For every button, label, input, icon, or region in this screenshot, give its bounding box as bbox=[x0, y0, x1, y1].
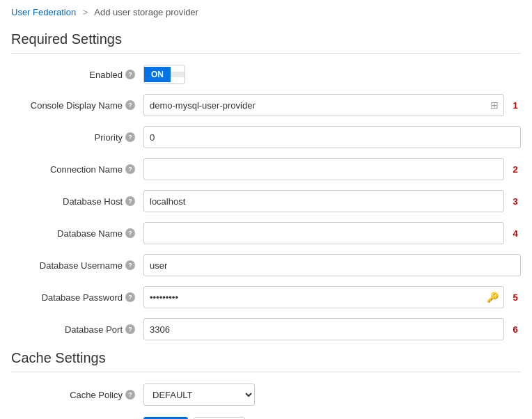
database-host-control: 3 bbox=[143, 190, 521, 212]
database-username-input[interactable] bbox=[143, 254, 521, 276]
database-port-help-icon[interactable]: ? bbox=[125, 324, 135, 334]
password-reveal-icon[interactable]: 🔑 bbox=[487, 292, 499, 303]
console-display-name-input[interactable] bbox=[143, 94, 504, 116]
breadcrumb-separator: > bbox=[83, 7, 88, 17]
console-display-name-label: Console Display Name ? bbox=[11, 100, 143, 111]
cache-policy-group: Cache Policy ? DEFAULT NO_CACHE EVICT_WE… bbox=[11, 384, 521, 406]
database-name-help-icon[interactable]: ? bbox=[125, 228, 135, 238]
database-host-input[interactable] bbox=[143, 190, 504, 212]
database-username-help-icon[interactable]: ? bbox=[125, 260, 135, 270]
breadcrumb-link[interactable]: User Federation bbox=[11, 7, 76, 17]
connection-name-control: 2 bbox=[143, 158, 521, 180]
database-name-label: Database Name ? bbox=[11, 228, 143, 239]
database-password-help-icon[interactable]: ? bbox=[125, 292, 135, 302]
database-name-input[interactable] bbox=[143, 222, 504, 244]
priority-help-icon[interactable]: ? bbox=[125, 132, 135, 142]
database-host-badge: 3 bbox=[510, 196, 521, 207]
database-password-label: Database Password ? bbox=[11, 292, 143, 303]
connection-name-badge: 2 bbox=[510, 164, 521, 175]
database-username-label: Database Username ? bbox=[11, 260, 143, 271]
database-host-group: Database Host ? 3 bbox=[11, 190, 521, 212]
database-port-badge: 6 bbox=[510, 324, 521, 335]
enabled-control: ON bbox=[143, 65, 521, 84]
database-password-control: 🔑 5 bbox=[143, 286, 521, 308]
enabled-help-icon[interactable]: ? bbox=[125, 70, 135, 79]
console-display-name-badge: 1 bbox=[510, 100, 521, 111]
connection-name-help-icon[interactable]: ? bbox=[125, 164, 135, 174]
database-name-control: 4 bbox=[143, 222, 521, 244]
priority-input[interactable] bbox=[143, 126, 521, 148]
breadcrumb-current: Add user storage provider bbox=[94, 7, 198, 17]
connection-name-input[interactable] bbox=[143, 158, 504, 180]
priority-group: Priority ? bbox=[11, 126, 521, 148]
database-host-help-icon[interactable]: ? bbox=[125, 196, 135, 206]
enabled-label: Enabled ? bbox=[11, 70, 143, 80]
breadcrumb: User Federation > Add user storage provi… bbox=[0, 0, 532, 24]
cache-settings-section: Cache Settings Cache Policy ? DEFAULT NO… bbox=[11, 350, 521, 406]
database-name-badge: 4 bbox=[510, 228, 521, 239]
console-display-name-group: Console Display Name ? ⊞ 1 bbox=[11, 94, 521, 116]
cache-policy-select[interactable]: DEFAULT NO_CACHE EVICT_WEEKLY EVICT_DAIL… bbox=[143, 384, 255, 406]
priority-control bbox=[143, 126, 521, 148]
toggle-on-label: ON bbox=[144, 67, 171, 82]
database-password-input[interactable] bbox=[143, 286, 504, 308]
console-display-name-input-wrapper: ⊞ bbox=[143, 94, 504, 116]
database-username-group: Database Username ? bbox=[11, 254, 521, 276]
database-port-label: Database Port ? bbox=[11, 324, 143, 335]
connection-name-group: Connection Name ? 2 bbox=[11, 158, 521, 180]
database-username-control bbox=[143, 254, 521, 276]
console-display-name-help-icon[interactable]: ? bbox=[125, 100, 135, 110]
required-settings-heading: Required Settings bbox=[11, 31, 521, 54]
database-name-group: Database Name ? 4 bbox=[11, 222, 521, 244]
console-display-name-control: ⊞ 1 bbox=[143, 94, 521, 116]
database-password-input-wrapper: 🔑 bbox=[143, 286, 504, 308]
connection-name-label: Connection Name ? bbox=[11, 164, 143, 175]
database-password-group: Database Password ? 🔑 5 bbox=[11, 286, 521, 308]
database-port-group: Database Port ? 6 bbox=[11, 318, 521, 340]
main-content: Required Settings Enabled ? ON Console D… bbox=[0, 24, 532, 419]
cache-policy-help-icon[interactable]: ? bbox=[125, 390, 135, 400]
cache-policy-control: DEFAULT NO_CACHE EVICT_WEEKLY EVICT_DAIL… bbox=[143, 384, 521, 406]
priority-label: Priority ? bbox=[11, 132, 143, 143]
cache-settings-heading: Cache Settings bbox=[11, 350, 521, 372]
database-password-badge: 5 bbox=[510, 292, 521, 303]
database-port-control: 6 bbox=[143, 318, 521, 340]
database-host-label: Database Host ? bbox=[11, 196, 143, 207]
enabled-group: Enabled ? ON bbox=[11, 65, 521, 84]
enabled-toggle[interactable]: ON bbox=[143, 65, 185, 84]
database-port-input[interactable] bbox=[143, 318, 504, 340]
cache-policy-label: Cache Policy ? bbox=[11, 390, 143, 400]
toggle-off-label bbox=[171, 72, 185, 77]
console-display-name-icon: ⊞ bbox=[490, 100, 499, 111]
